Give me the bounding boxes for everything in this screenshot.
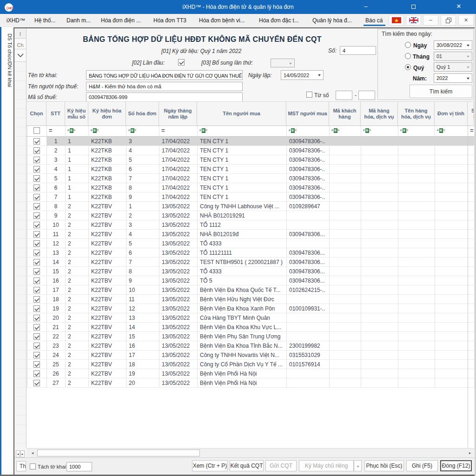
svg-text:★: ★ — [394, 18, 399, 23]
